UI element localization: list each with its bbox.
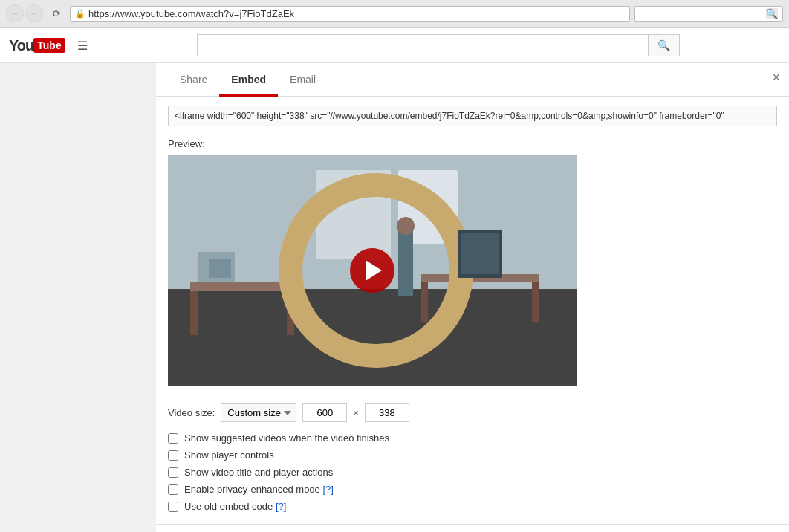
hamburger-icon[interactable]: ☰	[77, 39, 88, 53]
forward-button[interactable]: →	[25, 4, 43, 22]
browser-search-input[interactable]	[640, 8, 766, 19]
svg-rect-14	[209, 259, 231, 278]
cb-old-embed-label[interactable]: Use old embed code [?]	[184, 501, 286, 512]
size-x: ×	[353, 407, 359, 418]
cb-privacy-mode-label[interactable]: Enable privacy-enhanced mode [?]	[184, 484, 334, 495]
tab-email[interactable]: Email	[278, 63, 328, 97]
cb-privacy-mode[interactable]	[168, 484, 178, 495]
cb-video-title-label[interactable]: Show video title and player actions	[184, 467, 333, 478]
play-triangle-icon	[366, 260, 382, 281]
old-embed-help-link[interactable]: [?]	[276, 501, 286, 512]
svg-point-12	[397, 217, 415, 235]
yt-search-input[interactable]	[197, 34, 648, 56]
width-input[interactable]	[302, 403, 347, 422]
tabs: Share Embed Email	[156, 63, 789, 97]
privacy-help-link[interactable]: [?]	[322, 484, 333, 495]
play-button[interactable]	[350, 248, 394, 293]
address-bar-wrap: 🔒	[70, 6, 630, 22]
main-layout: × Share Embed Email Preview:	[0, 63, 789, 532]
modal-overlay: × Share Embed Email Preview:	[156, 63, 789, 532]
lock-icon: 🔒	[75, 9, 85, 19]
address-input[interactable]	[88, 8, 625, 19]
cb-player-controls[interactable]	[168, 450, 178, 461]
nav-buttons: ← →	[6, 4, 43, 22]
video-size-label: Video size:	[168, 407, 215, 418]
back-button[interactable]: ←	[6, 4, 24, 22]
checkbox-old-embed: Use old embed code [?]	[168, 501, 777, 512]
svg-rect-16	[461, 233, 499, 274]
checkbox-privacy-mode: Enable privacy-enhanced mode [?]	[168, 484, 777, 495]
checkbox-player-controls: Show player controls	[168, 450, 777, 461]
svg-rect-7	[532, 282, 539, 322]
cb-suggested-videos-label[interactable]: Show suggested videos when the video fin…	[184, 432, 389, 444]
options-section: Video size: Custom size 640×360 560×315 …	[156, 398, 789, 524]
checkbox-suggested-videos: Show suggested videos when the video fin…	[168, 432, 777, 444]
yt-logo[interactable]: YouTube	[9, 37, 65, 54]
video-size-row: Video size: Custom size 640×360 560×315 …	[168, 403, 777, 422]
refresh-button[interactable]: ⟳	[48, 4, 65, 22]
svg-rect-6	[421, 282, 428, 322]
svg-rect-1	[168, 289, 577, 386]
browser-toolbar: ← → ⟳ 🔒 🔍	[0, 0, 789, 27]
yt-search-wrap: 🔍	[197, 34, 680, 56]
browser-search-wrap: 🔍	[634, 6, 783, 22]
show-less-bar[interactable]: SHOW LESS	[156, 524, 789, 532]
logo-you: You	[9, 37, 33, 54]
cb-suggested-videos[interactable]	[168, 433, 178, 444]
close-button[interactable]: ×	[772, 71, 780, 84]
cb-video-title[interactable]	[168, 467, 178, 478]
svg-rect-11	[398, 230, 413, 296]
yt-search-button[interactable]: 🔍	[648, 34, 680, 56]
preview-label: Preview:	[156, 135, 789, 155]
browser-chrome: ← → ⟳ 🔒 🔍	[0, 0, 789, 28]
tab-embed[interactable]: Embed	[219, 63, 278, 97]
logo-tube: Tube	[33, 38, 65, 53]
embed-code-input[interactable]	[168, 106, 777, 126]
cb-player-controls-label[interactable]: Show player controls	[184, 450, 274, 461]
browser-search-button[interactable]: 🔍	[766, 8, 778, 19]
yt-header: YouTube ☰ 🔍	[0, 28, 789, 63]
height-input[interactable]	[365, 403, 409, 422]
svg-rect-2	[190, 282, 294, 291]
sidebar	[0, 63, 156, 532]
content-area: × Share Embed Email Preview:	[156, 63, 789, 532]
checkbox-video-title: Show video title and player actions	[168, 467, 777, 478]
office-scene	[168, 155, 577, 386]
tab-share[interactable]: Share	[168, 63, 219, 97]
size-dropdown[interactable]: Custom size 640×360 560×315 480×270	[221, 403, 296, 422]
video-preview	[168, 155, 577, 386]
svg-rect-3	[190, 291, 198, 335]
embed-code-wrap	[168, 106, 777, 126]
cb-old-embed[interactable]	[168, 502, 178, 512]
